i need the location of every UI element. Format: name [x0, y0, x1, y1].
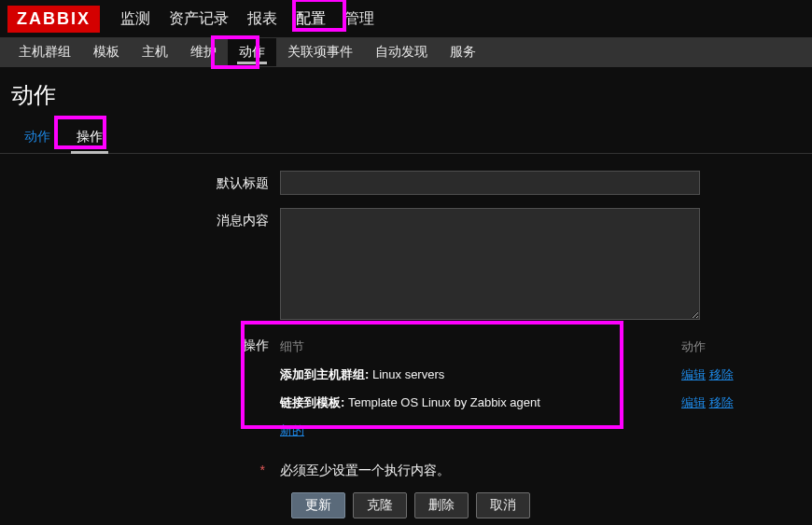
subnav-services[interactable]: 服务	[439, 38, 487, 66]
label-operations: 操作	[0, 333, 280, 354]
textarea-message[interactable]	[280, 208, 700, 320]
ops-remove-link[interactable]: 移除	[709, 367, 734, 381]
input-subject[interactable]	[280, 171, 700, 195]
ops-remove-link[interactable]: 移除	[709, 395, 734, 409]
delete-button[interactable]: 删除	[414, 492, 469, 518]
ops-header-action: 动作	[681, 338, 775, 355]
ops-new-link[interactable]: 新的	[280, 422, 304, 439]
subnav-hostgroups[interactable]: 主机群组	[7, 38, 82, 66]
subnav-templates[interactable]: 模板	[82, 38, 131, 66]
tab-action[interactable]: 动作	[11, 123, 63, 153]
required-note: 必须至少设置一个执行内容。	[280, 463, 450, 477]
nav-monitoring[interactable]: 监测	[111, 2, 160, 36]
nav-inventory[interactable]: 资产记录	[160, 2, 238, 36]
operations-table: 细节 动作 添加到主机群组: Linux servers 编辑 移除 链接到模板…	[280, 333, 775, 445]
ops-row: 链接到模板: Template OS Linux by Zabbix agent…	[280, 389, 775, 417]
subnav-hosts[interactable]: 主机	[131, 38, 179, 66]
label-subject: 默认标题	[0, 171, 280, 192]
form-buttons: 更新 克隆 删除 取消	[291, 492, 812, 518]
ops-row-value: Template OS Linux by Zabbix agent	[348, 395, 540, 409]
ops-header-detail: 细节	[280, 338, 681, 355]
logo[interactable]: ZABBIX	[7, 6, 100, 33]
ops-row-value: Linux servers	[372, 367, 444, 381]
clone-button[interactable]: 克隆	[353, 492, 407, 518]
label-message: 消息内容	[0, 208, 280, 229]
subnav-maintenance[interactable]: 维护	[179, 38, 228, 66]
ops-edit-link[interactable]: 编辑	[681, 395, 706, 409]
subnav-actions[interactable]: 动作	[228, 38, 276, 66]
page-title: 动作	[0, 67, 812, 123]
nav-reports[interactable]: 报表	[238, 2, 287, 36]
subnav-discovery[interactable]: 自动发现	[364, 38, 439, 66]
nav-configuration[interactable]: 配置	[287, 2, 335, 36]
form: 默认标题 消息内容 操作 细节 动作 添加到主机群组: Linux server…	[0, 154, 812, 518]
ops-row-label: 链接到模板	[280, 395, 341, 409]
top-nav: ZABBIX 监测 资产记录 报表 配置 管理	[0, 0, 812, 37]
tabs: 动作 操作	[0, 123, 812, 154]
update-button[interactable]: 更新	[291, 492, 345, 518]
ops-row: 添加到主机群组: Linux servers 编辑 移除	[280, 361, 775, 389]
ops-edit-link[interactable]: 编辑	[681, 367, 706, 381]
cancel-button[interactable]: 取消	[476, 492, 530, 518]
required-asterisk: *	[260, 463, 265, 477]
sub-nav: 主机群组 模板 主机 维护 动作 关联项事件 自动发现 服务	[0, 37, 812, 67]
ops-row-label: 添加到主机群组	[280, 367, 365, 381]
tab-operations[interactable]: 操作	[63, 123, 116, 153]
nav-administration[interactable]: 管理	[335, 2, 384, 36]
subnav-correlation[interactable]: 关联项事件	[276, 38, 364, 66]
